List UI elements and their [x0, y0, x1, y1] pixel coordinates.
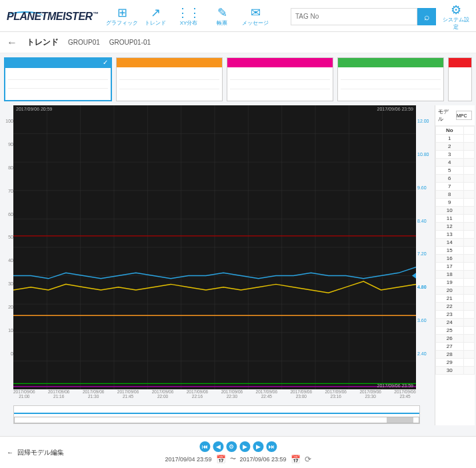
nav-trend[interactable]: ↗ トレンド	[139, 6, 171, 27]
chart-start-time: 2017/09/06 20:59	[13, 105, 55, 113]
table-row[interactable]: 18	[436, 271, 475, 279]
page-title: トレンド	[27, 37, 59, 48]
check-icon: ✓	[103, 59, 108, 66]
chart-area-wrap: 1009080706050403020100 2017/09/06 20:59 …	[1, 105, 432, 389]
table-row[interactable]: 19	[436, 279, 475, 287]
y-axis-left: 1009080706050403020100	[1, 105, 13, 389]
thumb-0[interactable]: ✓	[4, 57, 112, 101]
nav-xy[interactable]: ⋮⋮ XY分布	[173, 6, 205, 27]
breadcrumb-group[interactable]: GROUP01	[68, 39, 100, 46]
nav-message[interactable]: ✉ メッセージ	[239, 6, 271, 27]
table-row[interactable]: 22	[436, 303, 475, 311]
table-row[interactable]: 29	[436, 359, 475, 367]
table-row[interactable]: 20	[436, 287, 475, 295]
tag-table: No 1234567891011121314151617181920212223…	[435, 126, 475, 375]
nav-report[interactable]: ✎ 帳票	[206, 6, 238, 27]
table-row[interactable]: 6	[436, 175, 475, 183]
table-row[interactable]: 13	[436, 231, 475, 239]
chart-end-time-2: 2017/09/06 23:59	[375, 382, 417, 389]
refresh-button[interactable]: ⟳	[305, 455, 311, 464]
next-button[interactable]: ▶	[253, 441, 263, 452]
trend-icon: ↗	[139, 6, 171, 19]
table-row[interactable]: 14	[436, 239, 475, 247]
table-row[interactable]: 7	[436, 183, 475, 191]
app-header: PLANETMEISTER™ ⊞ グラフィック ↗ トレンド ⋮⋮ XY分布 ✎…	[0, 0, 476, 32]
play-button[interactable]: ▶	[239, 441, 250, 452]
table-row[interactable]: 23	[436, 311, 475, 319]
table-row[interactable]: 24	[436, 319, 475, 327]
chart-column: 1009080706050403020100 2017/09/06 20:59 …	[1, 105, 432, 425]
table-row[interactable]: 26	[436, 335, 475, 343]
thumb-1[interactable]	[116, 57, 223, 101]
app-logo: PLANETMEISTER™	[5, 11, 98, 23]
back-arrow-icon: ←	[7, 449, 13, 456]
table-row[interactable]: 25	[436, 327, 475, 335]
play-settings-button[interactable]: ⚙	[226, 441, 237, 452]
table-row[interactable]: 28	[436, 351, 475, 359]
model-label: モデル	[438, 108, 453, 123]
date-range: 2017/09/04 23:59 📅 〜 2017/09/06 23:59 📅 …	[165, 455, 311, 464]
message-icon: ✉	[239, 6, 271, 19]
chart-end-time: 2017/09/06 23:59	[375, 105, 417, 113]
table-row[interactable]: 2	[436, 143, 475, 151]
scatter-icon: ⋮⋮	[173, 6, 205, 19]
scrollbar-thumb[interactable]	[387, 417, 413, 423]
thumb-3[interactable]	[337, 57, 444, 101]
back-button[interactable]: ←	[7, 37, 17, 49]
overview-scrollbar[interactable]	[13, 405, 420, 424]
calendar-to-icon[interactable]: 📅	[291, 455, 301, 464]
x-axis: 2017/09/0621:002017/09/0621:162017/09/06…	[1, 389, 432, 404]
system-settings-button[interactable]: ⚙ システム設定	[441, 3, 471, 31]
table-row[interactable]: 27	[436, 343, 475, 351]
nav-graphic[interactable]: ⊞ グラフィック	[106, 6, 138, 27]
main-content: 1009080706050403020100 2017/09/06 20:59 …	[0, 105, 476, 425]
table-row[interactable]: 8	[436, 191, 475, 199]
table-row[interactable]: 12	[436, 223, 475, 231]
thumb-4[interactable]	[448, 57, 472, 101]
model-selector: モデル	[435, 105, 475, 126]
model-input[interactable]	[456, 111, 472, 120]
search-input[interactable]	[291, 8, 417, 25]
table-row[interactable]: 16	[436, 255, 475, 263]
side-panel: モデル No 123456789101112131415161718192021…	[435, 105, 475, 425]
table-row[interactable]: 4	[436, 159, 475, 167]
table-row[interactable]: 3	[436, 151, 475, 159]
table-row[interactable]: 5	[436, 167, 475, 175]
svg-marker-24	[412, 273, 416, 279]
table-row[interactable]: 21	[436, 295, 475, 303]
playback-controls: ⏮ ◀ ⚙ ▶ ▶ ⏭	[199, 441, 277, 452]
report-icon: ✎	[206, 6, 238, 19]
breadcrumb-bar: ← トレンド GROUP01 GROUP01-01	[0, 32, 476, 53]
trend-chart[interactable]: 2017/09/06 20:59 2017/09/06 23:59 2017/0…	[13, 105, 416, 389]
thumb-2[interactable]	[227, 57, 333, 101]
table-row[interactable]: 30	[436, 367, 475, 375]
first-button[interactable]: ⏮	[199, 441, 210, 452]
grid-icon: ⊞	[106, 6, 138, 19]
table-row[interactable]: 10	[436, 207, 475, 215]
col-no: No	[436, 127, 464, 135]
table-row[interactable]: 11	[436, 215, 475, 223]
table-row[interactable]: 9	[436, 199, 475, 207]
calendar-from-icon[interactable]: 📅	[216, 455, 226, 464]
last-button[interactable]: ⏭	[266, 441, 277, 452]
table-row[interactable]: 15	[436, 247, 475, 255]
search-box: ⌕	[291, 8, 436, 25]
y-axis-right: 12.0010.809.608.407.204.803.602.40	[416, 105, 432, 389]
date-to[interactable]: 2017/09/06 23:59	[240, 456, 287, 463]
sliders-icon: ⚙	[441, 3, 471, 16]
breadcrumb-subgroup[interactable]: GROUP01-01	[109, 39, 151, 46]
prev-button[interactable]: ◀	[213, 441, 223, 452]
table-row[interactable]: 17	[436, 263, 475, 271]
search-icon: ⌕	[424, 11, 429, 22]
search-button[interactable]: ⌕	[417, 8, 436, 25]
footer-bar: ← 回帰モデル編集 ⏮ ◀ ⚙ ▶ ▶ ⏭ 2017/09/04 23:59 📅…	[0, 436, 476, 468]
date-from[interactable]: 2017/09/04 23:59	[165, 456, 211, 463]
model-edit-link[interactable]: ← 回帰モデル編集	[7, 448, 64, 457]
thumbnail-strip: ✓	[0, 53, 476, 105]
table-row[interactable]: 1	[436, 135, 475, 143]
main-nav: ⊞ グラフィック ↗ トレンド ⋮⋮ XY分布 ✎ 帳票 ✉ メッセージ	[106, 6, 271, 27]
